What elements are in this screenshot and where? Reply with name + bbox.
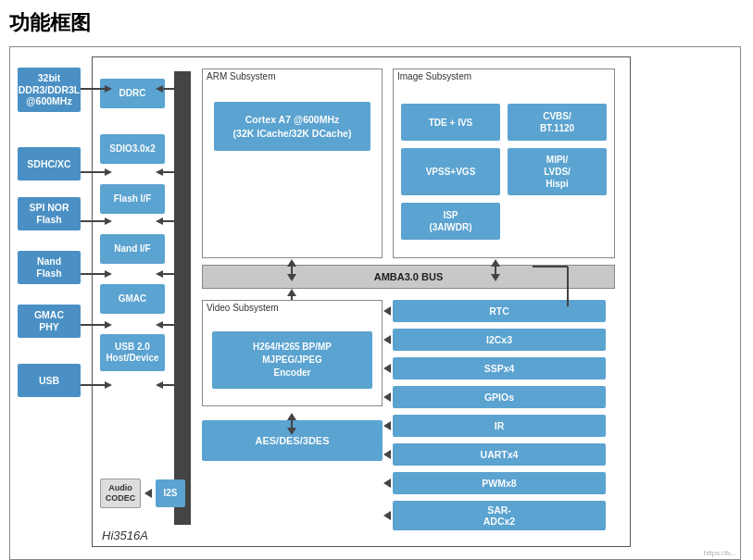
img-cvbs: CVBS/ BT.1120 (508, 104, 607, 141)
audio-area: Audio CODEC I2S (100, 479, 185, 508)
page-title: 功能框图 (9, 9, 744, 37)
img-isp: ISP (3AIWDR) (401, 203, 500, 240)
arrowhead-down-aes (287, 428, 296, 435)
amba-bus: AMBA3.0 BUS (202, 265, 615, 289)
left-externals: 32bit DDR3/DDR3L @600MHz SDHC/XC SPI NOR… (18, 64, 81, 397)
arm-title: ARM Subsystem (203, 69, 382, 83)
video-inner: H264/H265 BP/MP MJPEG/JPEG Encoder (212, 331, 372, 389)
i2s-block: I2S (156, 479, 185, 507)
board-label: Hi3516A (102, 529, 148, 542)
peri-uart: UARTx4 (393, 443, 606, 466)
ext-ddr: 32bit DDR3/DDR3L @600MHz (18, 68, 81, 112)
iface-nandif: Nand I/F (100, 234, 165, 264)
bus-bar (174, 71, 191, 525)
board: DDRC SDIO3.0x2 Flash I/F Nand I/F GMAC U… (92, 56, 631, 547)
img-tde: TDE + IVS (401, 104, 500, 141)
peri-ssp: SSPx4 (393, 357, 606, 380)
ext-gmacphy: GMAC PHY (18, 305, 81, 338)
arrowhead-up-arm (287, 259, 296, 267)
arrowhead-down-img (491, 274, 500, 281)
amba-aes-arrow (285, 413, 298, 435)
img-grid: TDE + IVS CVBS/ BT.1120 VPSS+VGS MIPI/ L… (394, 96, 614, 247)
ext-nandflash: Nand Flash (18, 251, 81, 284)
peri-list: RTC I2Cx3 SSPx4 GPIOs IR UARTx4 PWMx8 SA… (393, 300, 606, 530)
peri-ir: IR (393, 415, 606, 437)
img-empty (508, 203, 607, 240)
img-amba-arrow (489, 259, 502, 281)
arrowhead-up-img (491, 259, 500, 267)
iface-gmac: GMAC (100, 284, 165, 314)
peri-rtc: RTC (393, 300, 606, 322)
diagram-container: 32bit DDR3/DDR3L @600MHz SDHC/XC SPI NOR… (9, 46, 741, 560)
audio-codec: Audio CODEC (100, 479, 141, 508)
watermark: https://b... (704, 549, 736, 557)
ext-spinor: SPI NOR Flash (18, 197, 81, 230)
img-mipi: MIPI/ LVDS/ Hispi (508, 148, 607, 195)
peri-arrows (383, 300, 391, 529)
ext-sdhc: SDHC/XC (18, 147, 81, 180)
peri-i2c: I2Cx3 (393, 329, 606, 351)
peri-pwm: PWMx8 (393, 472, 606, 494)
arrowhead-up-video (287, 289, 296, 296)
arm-amba-arrow (285, 259, 298, 281)
right-peripherals: RTC I2Cx3 SSPx4 GPIOs IR UARTx4 PWMx8 SA… (393, 300, 606, 530)
arrowhead-up-aes (287, 413, 296, 420)
arm-subsystem: ARM Subsystem Cortex A7 @600MHz (32K ICa… (202, 68, 383, 258)
img-vpss: VPSS+VGS (401, 148, 500, 195)
iface-ddrc: DDRC (100, 79, 165, 108)
iface-usb20: USB 2.0 Host/Device (100, 334, 165, 371)
cortex-block: Cortex A7 @600MHz (32K ICache/32K DCache… (214, 102, 370, 151)
iface-col: DDRC SDIO3.0x2 Flash I/F Nand I/F GMAC U… (100, 71, 165, 371)
ext-usb: USB (18, 364, 81, 397)
arrowhead-down-arm (287, 274, 296, 281)
image-title: Image Subsystem (394, 69, 614, 83)
peri-gpio: GPIOs (393, 386, 606, 408)
video-subsystem: Video Subsystem H264/H265 BP/MP MJPEG/JP… (202, 300, 383, 406)
iface-flashif: Flash I/F (100, 184, 165, 214)
image-subsystem: Image Subsystem TDE + IVS CVBS/ BT.1120 … (393, 68, 615, 258)
peri-sar: SAR- ADCx2 (393, 501, 606, 530)
video-title: Video Subsystem (203, 301, 382, 315)
iface-sdio: SDIO3.0x2 (100, 134, 165, 164)
